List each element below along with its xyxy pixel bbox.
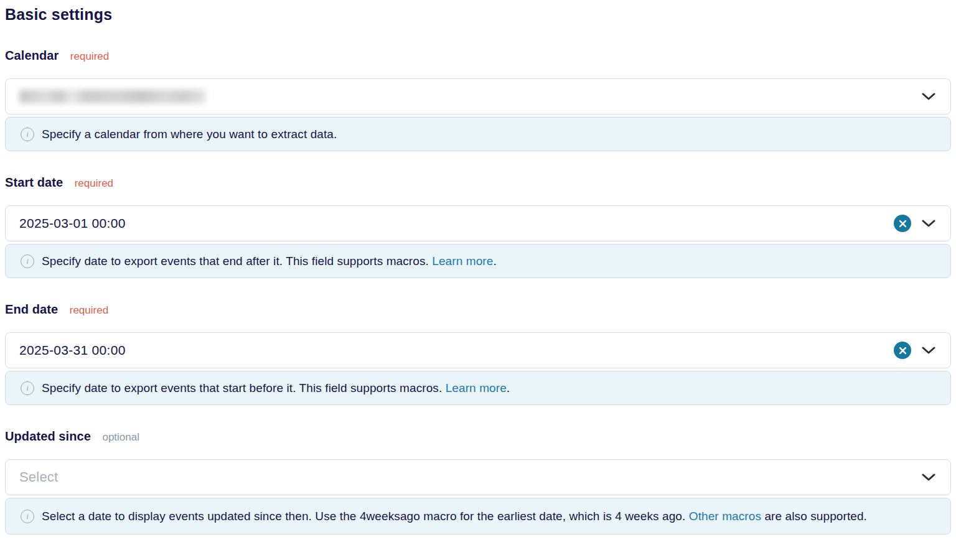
start-date-value: 2025-03-01 00:00	[19, 216, 126, 231]
field-updated-since: Updated since optional Select i Select a…	[5, 429, 951, 534]
basic-settings-panel: Basic settings Calendar required i Speci…	[0, 0, 956, 560]
help-text: Specify date to export events that end a…	[42, 252, 497, 270]
help-box-calendar: i Specify a calendar from where you want…	[5, 117, 951, 151]
chevron-down-icon[interactable]	[922, 474, 935, 481]
learn-more-link[interactable]: Learn more	[446, 381, 507, 394]
help-box-start-date: i Specify date to export events that end…	[5, 244, 951, 278]
field-label-row: Updated since optional	[5, 429, 951, 444]
control-icons	[894, 206, 935, 241]
field-calendar: Calendar required i Specify a calendar f…	[5, 49, 951, 151]
control-icons	[894, 333, 935, 368]
help-box-updated-since: i Select a date to display events update…	[5, 498, 951, 534]
page-title: Basic settings	[5, 6, 951, 22]
field-label-row: Calendar required	[5, 49, 951, 63]
required-badge: required	[70, 50, 109, 62]
help-text-body: Specify a calendar from where you want t…	[42, 128, 337, 141]
help-text-body: Specify date to export events that end a…	[42, 254, 432, 268]
clear-button[interactable]	[894, 215, 911, 232]
updated-since-select[interactable]: Select	[5, 459, 951, 495]
field-start-date: Start date required 2025-03-01 00:00 i S…	[5, 175, 951, 278]
field-label-row: Start date required	[5, 175, 951, 190]
learn-more-link[interactable]: Learn more	[432, 254, 493, 268]
info-icon: i	[21, 510, 34, 523]
end-date-input[interactable]: 2025-03-31 00:00	[5, 332, 951, 368]
required-badge: required	[75, 177, 113, 189]
info-icon: i	[21, 381, 34, 395]
clear-button[interactable]	[894, 342, 911, 359]
required-badge: required	[70, 304, 108, 316]
control-icons	[922, 460, 935, 495]
help-text-body: Select a date to display events updated …	[42, 510, 689, 523]
calendar-select[interactable]	[5, 78, 951, 114]
optional-badge: optional	[102, 431, 139, 443]
help-text-body: Specify date to export events that start…	[42, 381, 446, 394]
field-label-row: End date required	[5, 302, 951, 317]
other-macros-link[interactable]: Other macros	[689, 510, 761, 523]
chevron-down-icon[interactable]	[922, 220, 935, 227]
field-label-calendar: Calendar	[5, 49, 59, 62]
updated-since-placeholder: Select	[19, 469, 58, 485]
help-box-end-date: i Specify date to export events that sta…	[5, 371, 951, 405]
help-text-after: .	[507, 381, 510, 394]
help-text: Specify date to export events that start…	[42, 379, 510, 397]
chevron-down-icon[interactable]	[922, 347, 935, 354]
chevron-down-icon[interactable]	[922, 93, 935, 100]
field-end-date: End date required 2025-03-31 00:00 i Spe…	[5, 302, 951, 405]
field-label-end-date: End date	[5, 302, 58, 316]
help-text-after: .	[493, 254, 496, 268]
field-label-start-date: Start date	[5, 175, 63, 189]
info-icon: i	[21, 254, 34, 268]
start-date-input[interactable]: 2025-03-01 00:00	[5, 205, 951, 241]
help-text-after: are also supported.	[761, 510, 867, 523]
info-icon: i	[21, 128, 34, 141]
field-label-updated-since: Updated since	[5, 429, 91, 443]
redacted-calendar-value	[19, 90, 206, 103]
help-text: Select a date to display events updated …	[42, 507, 867, 525]
end-date-value: 2025-03-31 00:00	[19, 343, 126, 358]
help-text: Specify a calendar from where you want t…	[42, 125, 337, 143]
control-icons	[922, 79, 935, 114]
